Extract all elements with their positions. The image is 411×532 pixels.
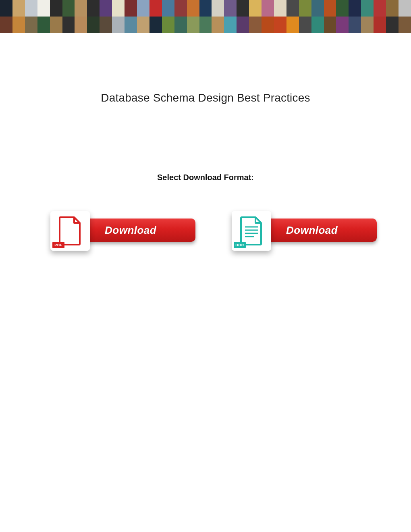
banner-tile <box>112 0 125 17</box>
banner-tile <box>149 0 162 17</box>
download-pdf-button[interactable]: Download <box>83 218 195 242</box>
banner-tile <box>374 17 386 33</box>
banner-tile <box>174 17 187 33</box>
banner-tile <box>12 17 25 33</box>
banner-tile <box>137 17 149 33</box>
banner-tile <box>25 0 37 17</box>
banner-tile <box>311 17 324 33</box>
doc-badge: DOC <box>234 242 246 248</box>
banner-tile <box>62 17 75 33</box>
banner-tile <box>212 0 224 17</box>
banner-tile <box>311 0 324 17</box>
banner-tile <box>212 17 224 33</box>
banner-tile <box>50 17 62 33</box>
download-pdf-group: Download PDF <box>42 210 187 255</box>
download-doc-label: Download <box>286 224 338 237</box>
banner-tile <box>199 17 212 33</box>
banner-tile <box>349 17 361 33</box>
banner-tile <box>286 0 299 17</box>
download-buttons-row: Download PDF Download DOC <box>0 210 411 255</box>
banner-tile <box>125 17 137 33</box>
banner-tile <box>224 0 237 17</box>
banner-tile <box>187 17 199 33</box>
banner-tile <box>75 17 87 33</box>
banner-tile <box>336 17 349 33</box>
banner-tile <box>399 0 411 17</box>
banner-tile <box>361 0 374 17</box>
banner-tile <box>187 0 199 17</box>
doc-icon-card[interactable]: DOC <box>232 211 271 251</box>
banner-tile <box>286 17 299 33</box>
banner-tile <box>0 0 12 17</box>
banner-tile <box>174 0 187 17</box>
banner-tile <box>100 0 112 17</box>
doc-file-icon <box>239 216 264 245</box>
banner-tile <box>324 17 336 33</box>
banner-collage <box>0 0 411 33</box>
banner-tile <box>125 0 137 17</box>
banner-tile <box>224 17 237 33</box>
banner-tile <box>100 17 112 33</box>
pdf-file-icon <box>58 216 82 245</box>
banner-tile <box>386 0 399 17</box>
banner-tile <box>50 0 62 17</box>
banner-tile <box>112 17 125 33</box>
banner-tile <box>62 0 75 17</box>
page-title: Database Schema Design Best Practices <box>0 91 411 104</box>
banner-tile <box>274 17 286 33</box>
banner-tile <box>0 17 12 33</box>
faint-background-band <box>0 156 411 167</box>
banner-tile <box>336 0 349 17</box>
pdf-icon-card[interactable]: PDF <box>50 211 90 251</box>
banner-tile <box>361 17 374 33</box>
banner-tile <box>249 0 262 17</box>
banner-tile <box>137 0 149 17</box>
download-doc-button[interactable]: Download <box>264 218 377 242</box>
banner-tile <box>87 17 100 33</box>
banner-tile <box>199 0 212 17</box>
banner-tile <box>37 17 50 33</box>
banner-tile <box>12 0 25 17</box>
pdf-badge: PDF <box>52 242 64 248</box>
banner-tile <box>237 0 249 17</box>
banner-tile <box>274 0 286 17</box>
banner-tile <box>262 0 274 17</box>
banner-tile <box>399 17 411 33</box>
banner-tile <box>25 17 37 33</box>
banner-tile <box>386 17 399 33</box>
banner-tile <box>324 0 336 17</box>
download-doc-group: Download DOC <box>224 210 369 255</box>
select-format-label: Select Download Format: <box>0 173 411 182</box>
banner-tile <box>374 0 386 17</box>
banner-tile <box>87 0 100 17</box>
banner-tile <box>299 17 311 33</box>
download-pdf-label: Download <box>105 224 156 237</box>
banner-tile <box>149 17 162 33</box>
banner-tile <box>162 17 174 33</box>
banner-tile <box>37 0 50 17</box>
banner-tile <box>349 0 361 17</box>
banner-tile <box>237 17 249 33</box>
banner-tile <box>262 17 274 33</box>
banner-tile <box>162 0 174 17</box>
banner-tile <box>249 17 262 33</box>
banner-tile <box>75 0 87 17</box>
banner-tile <box>299 0 311 17</box>
